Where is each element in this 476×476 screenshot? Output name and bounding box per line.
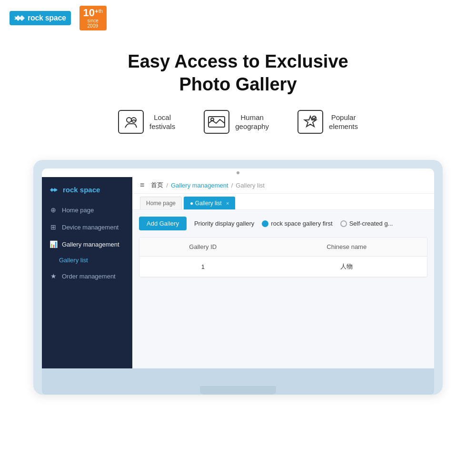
svg-point-3	[211, 118, 214, 121]
add-gallery-button[interactable]: Add Gallery	[139, 217, 187, 230]
tab-home-label: Home page	[146, 200, 176, 207]
gallery-data-table: Gallery ID Chinese name 1 人物	[139, 238, 427, 277]
features-row: Local festivals Human geography	[10, 110, 466, 134]
brand-name-logo: rock space	[28, 14, 66, 22]
sidebar-logo-icon	[50, 186, 59, 194]
sidebar-item-gallery-label: Gallery management	[62, 241, 119, 248]
anniversary-badge: 10 + th since 2009	[79, 6, 107, 30]
monitor-wrapper: rock space ⊕ Home page ⊞ Device manageme…	[0, 160, 476, 395]
col-header-chinese-name: Chinese name	[267, 238, 427, 257]
svg-point-0	[127, 118, 131, 122]
sidebar-subitem-gallery-list[interactable]: Gallery list	[42, 253, 132, 268]
order-icon: ★	[50, 272, 57, 280]
breadcrumb-current: Gallery list	[236, 182, 265, 189]
tab-gallery-label: ● Gallery list	[190, 200, 222, 207]
feature-human-geography: Human geography	[204, 110, 269, 134]
tab-gallery-list[interactable]: ● Gallery list ×	[184, 197, 235, 209]
radio-rockspace-label: rock space gallery first	[271, 220, 332, 227]
cell-gallery-id: 1	[139, 257, 267, 277]
monitor: rock space ⊕ Home page ⊞ Device manageme…	[33, 160, 443, 395]
anniversary-since: since 2009	[88, 18, 99, 29]
main-content: ≡ 首页 / Gallery management / Gallery list…	[132, 177, 434, 368]
device-icon: ⊞	[50, 223, 57, 231]
radio-selfcreated-label: Self-created g...	[349, 220, 393, 227]
sidebar-item-order[interactable]: ★ Order management	[42, 268, 132, 285]
sidebar: rock space ⊕ Home page ⊞ Device manageme…	[42, 177, 132, 368]
breadcrumb-section[interactable]: Gallery management	[171, 182, 228, 189]
sidebar-item-device[interactable]: ⊞ Device management	[42, 218, 132, 236]
content-area: Add Gallery Priority display gallery roc…	[132, 210, 434, 284]
sidebar-brand: rock space	[42, 182, 132, 201]
monitor-base	[200, 386, 276, 395]
priority-label: Priority display gallery	[194, 220, 254, 227]
sidebar-item-home[interactable]: ⊕ Home page	[42, 201, 132, 218]
brand-bar: rock space 10 + th since 2009	[0, 0, 476, 36]
hero-title: Easy Access to Exclusive Photo Gallery	[10, 50, 466, 96]
brand-logo: rock space 10 + th since 2009	[10, 6, 107, 30]
app-ui: rock space ⊕ Home page ⊞ Device manageme…	[42, 169, 434, 368]
hero-section: Easy Access to Exclusive Photo Gallery L…	[0, 36, 476, 160]
human-geography-icon	[204, 110, 229, 134]
tabs-bar: Home page ● Gallery list ×	[132, 194, 434, 210]
anniversary-plus: +	[95, 8, 99, 14]
feature-local-festivals: Local festivals	[118, 110, 175, 134]
radio-option-selfcreated[interactable]: Self-created g...	[340, 220, 393, 227]
sidebar-item-gallery[interactable]: 📊 Gallery management	[42, 236, 132, 253]
top-bar: ≡ 首页 / Gallery management / Gallery list	[132, 177, 434, 194]
anniversary-num: 10	[83, 8, 95, 18]
gallery-icon: 📊	[50, 240, 57, 248]
sidebar-item-home-label: Home page	[62, 207, 94, 214]
breadcrumb-sep2: /	[231, 182, 233, 189]
table-row[interactable]: 1 人物	[139, 257, 427, 277]
tab-home[interactable]: Home page	[140, 197, 182, 209]
popular-elements-label: Popular elements	[329, 113, 358, 131]
tab-close-icon[interactable]: ×	[226, 200, 229, 206]
sidebar-item-device-label: Device management	[62, 224, 119, 231]
cell-chinese-name: 人物	[267, 257, 427, 277]
local-festivals-icon	[118, 110, 144, 134]
feature-popular-elements: Popular elements	[298, 110, 358, 134]
human-geography-label: Human geography	[235, 113, 269, 131]
radio-option-rockspace[interactable]: rock space gallery first	[262, 220, 332, 227]
action-bar: Add Gallery Priority display gallery roc…	[139, 217, 427, 230]
rockspace-logo-icon	[14, 14, 25, 22]
radio-selected-icon	[262, 220, 268, 227]
gallery-table: Gallery ID Chinese name 1 人物	[139, 237, 427, 278]
breadcrumb-sep1: /	[166, 182, 168, 189]
table-header-row: Gallery ID Chinese name	[139, 238, 427, 257]
logo-icon-box: rock space	[10, 11, 71, 25]
breadcrumb-home: 首页	[151, 181, 163, 189]
sidebar-gallery-list-label: Gallery list	[59, 257, 88, 264]
col-header-gallery-id: Gallery ID	[139, 238, 267, 257]
menu-icon: ≡	[140, 181, 144, 189]
local-festivals-label: Local festivals	[149, 113, 175, 131]
popular-elements-icon	[298, 110, 323, 134]
monitor-stand	[42, 368, 434, 395]
sidebar-item-order-label: Order management	[62, 273, 116, 280]
home-icon: ⊕	[50, 206, 57, 214]
sidebar-brand-name: rock space	[63, 186, 100, 194]
anniversary-th: th	[99, 9, 103, 14]
radio-empty-icon	[340, 220, 347, 227]
monitor-dot	[237, 171, 239, 174]
monitor-screen: rock space ⊕ Home page ⊞ Device manageme…	[42, 169, 434, 368]
